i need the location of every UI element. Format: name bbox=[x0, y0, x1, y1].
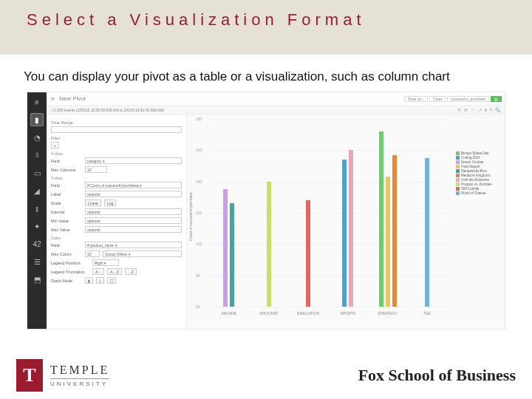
x-tick: SHOOTER bbox=[259, 311, 278, 316]
legend-label: Dream Crusher bbox=[461, 160, 484, 164]
legend-label: Curling 2014 bbox=[461, 156, 480, 160]
slide-body: You can display your pivot as a table or… bbox=[0, 55, 532, 330]
legend-swatch bbox=[456, 183, 460, 186]
y-tick: 100 bbox=[196, 242, 202, 246]
trunc-a-button[interactable]: A… bbox=[92, 268, 104, 275]
single-value-icon[interactable]: ▭ bbox=[30, 166, 44, 180]
area-icon[interactable]: ◢ bbox=[30, 184, 44, 197]
cmax-input[interactable]: 10 bbox=[85, 250, 100, 257]
vis-type-toolbar: ≡ ▮ ◔ ⫴ ▭ ◢ ⫿ ✦ 42 ☰ ⬒ bbox=[27, 92, 47, 329]
legend-swatch bbox=[456, 156, 460, 160]
cfield-select[interactable]: # product_name ▾ bbox=[85, 242, 182, 248]
pivot-name-button[interactable]: successful_purchase bbox=[447, 96, 489, 102]
legpos-select[interactable]: Right ▾ bbox=[92, 259, 119, 266]
stack-c-button[interactable]: ☐ bbox=[107, 277, 116, 284]
xaxis-field-label: Field bbox=[51, 159, 82, 163]
trunc-label: Legend Truncation bbox=[51, 270, 89, 274]
max-cols-input[interactable]: 10 bbox=[85, 166, 107, 173]
slide-title: Select a Visualization Format bbox=[27, 10, 532, 30]
legend-item: Final Sequel bbox=[456, 165, 503, 168]
legend-swatch bbox=[456, 191, 460, 195]
next-icon[interactable]: → bbox=[471, 107, 475, 112]
column-chart-icon[interactable]: ▮ bbox=[30, 113, 44, 126]
refresh-icon[interactable]: ⟳ bbox=[51, 96, 55, 101]
chart-bar bbox=[379, 132, 383, 307]
yfield-label: Field bbox=[51, 183, 82, 188]
legend-item: Orvil the Wolverine bbox=[456, 178, 503, 182]
time-range-input[interactable] bbox=[51, 126, 182, 133]
add-filter-button[interactable]: + bbox=[51, 142, 59, 149]
y-tick: 180 bbox=[196, 117, 202, 121]
legpos-label: Legend Position bbox=[51, 261, 89, 265]
table-icon[interactable]: ≡ bbox=[30, 95, 44, 109]
university-word: UNIVERSITY bbox=[50, 378, 109, 387]
ylabel-input[interactable]: optional bbox=[85, 191, 182, 197]
ylabel-label: Label bbox=[51, 192, 82, 197]
settings-icon[interactable]: ± bbox=[490, 107, 492, 112]
reload-icon[interactable]: ⟳ bbox=[464, 107, 468, 112]
events-text: 1,000 events (1/30/15 10:00:00.000 AM to… bbox=[54, 108, 164, 112]
map-icon[interactable]: ⬒ bbox=[30, 273, 44, 286]
x-tick: SPORTS bbox=[341, 311, 355, 316]
bar-icon[interactable]: ⫴ bbox=[30, 149, 44, 162]
clear-button[interactable]: Clear bbox=[429, 96, 446, 102]
filter-label: Filter bbox=[51, 136, 182, 140]
pivot-top-strip: ⟳ New Pivot Save as... Clear successful_… bbox=[47, 92, 505, 106]
legend-label: Orvil the Wolverine bbox=[461, 178, 489, 182]
x-tick: ARCADE bbox=[221, 311, 236, 316]
scatter-icon[interactable]: ✦ bbox=[30, 219, 44, 233]
actions-icon[interactable]: ▤ bbox=[491, 96, 502, 102]
gauge-icon[interactable]: ☰ bbox=[30, 255, 44, 268]
pencil-icon[interactable]: ✎ bbox=[457, 107, 461, 112]
yint-input[interactable]: optional bbox=[85, 208, 182, 215]
y-tick: 140 bbox=[196, 180, 202, 184]
ymin-label: Min Value bbox=[51, 219, 82, 223]
chart-bar bbox=[425, 158, 429, 307]
yscale-label: Scale bbox=[51, 201, 82, 205]
group-others-select[interactable]: Group Others ▾ bbox=[103, 250, 182, 257]
xaxis-field-select[interactable]: category ▾ bbox=[85, 157, 182, 164]
stack-a-button[interactable]: ▮ bbox=[85, 277, 93, 284]
ymin-input[interactable]: optional bbox=[85, 217, 182, 224]
export-icon[interactable]: ↗ bbox=[478, 107, 482, 112]
stack-b-button[interactable]: ▯ bbox=[96, 277, 104, 284]
legend-item: Dream Crusher bbox=[456, 160, 503, 164]
pie-icon[interactable]: ◔ bbox=[30, 131, 44, 144]
temple-logo: T TEMPLE UNIVERSITY bbox=[16, 359, 109, 392]
yfield-select[interactable]: # Count of successful purchase ▾ bbox=[85, 182, 182, 188]
chart-bar bbox=[342, 160, 347, 307]
y-tick: 120 bbox=[196, 211, 202, 215]
events-strip: ✓ 1,000 events (1/30/15 10:00:00.000 AM … bbox=[47, 106, 505, 115]
trunc-b-button[interactable]: A…Z bbox=[107, 268, 121, 275]
top-buttons: Save as... Clear successful_purchase ▤ bbox=[404, 96, 505, 102]
legend-label: Final Sequel bbox=[461, 165, 480, 168]
pivot-title: New Pivot bbox=[59, 95, 86, 102]
yaxis-label: Y-Axis bbox=[51, 176, 182, 180]
temple-word: TEMPLE bbox=[50, 364, 109, 377]
line-icon[interactable]: ⫿ bbox=[30, 202, 44, 215]
slide-header: Select a Visualization Format bbox=[0, 0, 532, 55]
search-icon[interactable]: 🔍 bbox=[495, 107, 500, 112]
pause-icon[interactable]: Ⅱ bbox=[485, 107, 487, 112]
save-as-button[interactable]: Save as... bbox=[404, 96, 428, 102]
ymax-input[interactable]: optional bbox=[85, 226, 182, 233]
fox-school-text: Fox School of Business bbox=[358, 366, 516, 385]
legend-swatch bbox=[456, 169, 460, 173]
legend-item: Mediocre Kingdoms bbox=[456, 174, 503, 177]
legend-item: World of Cheese bbox=[456, 191, 503, 195]
legend-label: Mediocre Kingdoms bbox=[461, 174, 491, 177]
scale-linear-button[interactable]: Linear bbox=[85, 200, 101, 206]
config-panel: Time Range Filter + X-Axis Fieldcategory… bbox=[47, 115, 187, 329]
slide-footer: T TEMPLE UNIVERSITY Fox School of Busine… bbox=[0, 352, 532, 399]
scale-log-button[interactable]: Log bbox=[104, 200, 116, 206]
trunc-c-button[interactable]: …Z bbox=[125, 268, 137, 275]
ymax-label: Max Value bbox=[51, 228, 82, 232]
number-icon[interactable]: 42 bbox=[30, 237, 44, 250]
chart-bar bbox=[306, 200, 310, 307]
legend-swatch bbox=[456, 160, 460, 164]
y-axis-label: Count of successful purchase bbox=[188, 115, 196, 318]
chart-bar bbox=[230, 203, 234, 307]
plot-area: 6080100120140160180ARCADESHOOTERSIMULATI… bbox=[209, 119, 447, 307]
stack-label: Stack Mode bbox=[51, 279, 82, 283]
legend-label: World of Cheese bbox=[461, 191, 485, 195]
